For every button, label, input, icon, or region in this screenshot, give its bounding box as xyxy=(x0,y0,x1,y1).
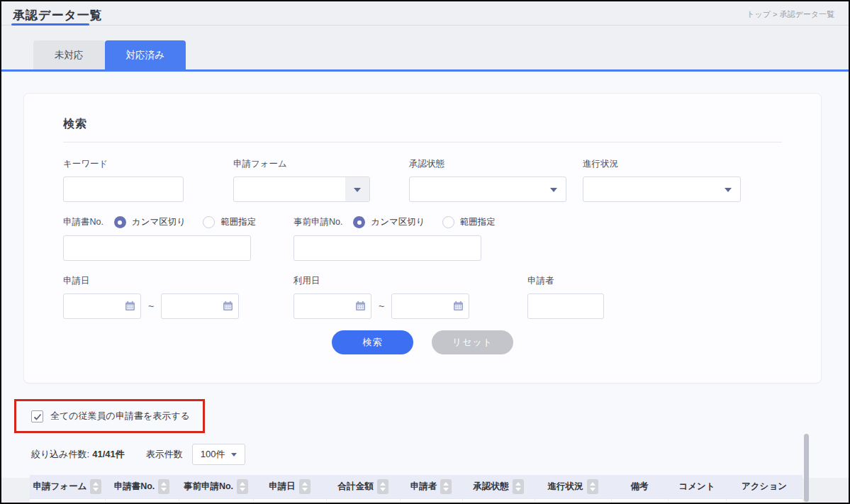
sort-button[interactable] xyxy=(299,479,311,494)
approval-status-label: 承認状態 xyxy=(409,158,583,170)
display-count-label: 表示件数 xyxy=(146,448,183,461)
chevron-down-icon xyxy=(725,188,732,192)
search-button[interactable]: 検索 xyxy=(332,330,413,354)
column-header-label: 事前申請No. xyxy=(184,481,233,493)
sort-up-icon xyxy=(161,482,167,486)
cell-request-no xyxy=(105,498,179,504)
calendar-icon[interactable] xyxy=(223,301,233,314)
sort-up-icon xyxy=(93,482,99,486)
pre-request-no-range-radio[interactable] xyxy=(442,216,454,228)
sort-down-icon xyxy=(443,488,449,491)
chevron-down-icon xyxy=(550,188,557,192)
cell-pre-request-no: ZKH00005 xyxy=(179,498,253,504)
page-title: 承認データ一覧 xyxy=(13,7,103,23)
column-header-0: 申請フォーム xyxy=(30,475,105,498)
column-header-label: コメント xyxy=(678,481,715,493)
reset-button[interactable]: リセット xyxy=(432,330,513,354)
cell-approval-status: 承認 xyxy=(462,498,535,504)
request-no-comma-radio[interactable] xyxy=(114,216,126,228)
show-all-employees-checkbox[interactable] xyxy=(31,410,43,422)
tab-untreated[interactable]: 未対応 xyxy=(33,40,105,69)
tab-bar: 未対応 対応済み xyxy=(33,40,849,69)
pre-request-no-range-radio-label: 範囲指定 xyxy=(460,216,496,228)
sort-button[interactable] xyxy=(377,479,388,494)
applicant-input[interactable] xyxy=(527,293,604,319)
progress-select-label: 進行状況 xyxy=(583,158,741,170)
display-count-value: 100件 xyxy=(201,448,225,461)
cell-total-amount: 102,000 xyxy=(326,498,400,504)
sort-up-icon xyxy=(302,482,308,486)
sort-button[interactable] xyxy=(513,479,524,494)
chevron-down-icon xyxy=(231,453,237,457)
keyword-input[interactable] xyxy=(63,177,184,202)
vertical-scrollbar[interactable] xyxy=(804,434,809,502)
request-no-comma-radio-label: カンマ区切り xyxy=(132,216,186,228)
breadcrumb-separator: > xyxy=(773,10,777,18)
show-all-employees-label: 全ての従業員の申請書を表示する xyxy=(50,410,190,422)
column-header-8: 備考 xyxy=(611,475,668,498)
cell-note xyxy=(611,498,668,504)
form-select[interactable] xyxy=(233,177,370,202)
table-header-row: 申請フォーム申請書No.事前申請No.申請日合計金額申請者承認状態進行状況備考コ… xyxy=(30,475,803,498)
sort-down-icon xyxy=(93,488,99,491)
sort-button[interactable] xyxy=(440,479,452,494)
search-button-row: 検索 リセット xyxy=(63,330,782,354)
sort-down-icon xyxy=(590,488,595,491)
calendar-icon[interactable] xyxy=(125,301,135,314)
calendar-icon[interactable] xyxy=(355,301,366,314)
search-row-2: 申請書No. カンマ区切り 範囲指定 事前申請No. カンマ区切り 範囲指 xyxy=(63,216,782,261)
column-header-5: 申請者 xyxy=(400,475,462,498)
pre-request-no-input[interactable] xyxy=(293,235,481,261)
approval-status-select[interactable] xyxy=(409,177,566,202)
request-date-label: 申請日 xyxy=(63,275,293,287)
column-header-2: 事前申請No. xyxy=(179,475,253,498)
data-table: 申請フォーム申請書No.事前申請No.申請日合計金額申請者承認状態進行状況備考コ… xyxy=(30,475,803,504)
table-row: 経費申請(事前)ZKH000052020/08/17102,000人事 次郎承認… xyxy=(30,498,803,504)
column-header-label: 進行状況 xyxy=(548,481,583,493)
form-select-label: 申請フォーム xyxy=(233,158,409,170)
sort-down-icon xyxy=(515,488,521,491)
page-header: 承認データ一覧 トップ>承認データ一覧 xyxy=(1,1,849,25)
sort-button[interactable] xyxy=(90,479,101,494)
filtered-count-label: 絞り込み件数: xyxy=(31,448,89,461)
cell-progress: 承認完了 xyxy=(535,498,611,504)
column-header-3: 申請日 xyxy=(253,475,326,498)
sort-button[interactable] xyxy=(587,479,598,494)
date-range-separator: ~ xyxy=(379,301,384,312)
filtered-count-value: 41/41件 xyxy=(92,448,125,461)
sort-down-icon xyxy=(380,488,386,491)
app-window: 承認データ一覧 トップ>承認データ一覧 未対応 対応済み 検索 キーワード 申請… xyxy=(0,0,850,504)
sort-button[interactable] xyxy=(158,479,169,494)
request-no-input[interactable] xyxy=(63,235,251,261)
progress-select[interactable] xyxy=(583,177,741,202)
request-no-label: 申請書No. xyxy=(63,216,104,228)
checkmark-icon xyxy=(33,412,43,422)
cell-action xyxy=(726,498,803,504)
column-header-label: 備考 xyxy=(631,481,649,493)
content-panel: 検索 キーワード 申請フォーム 承認状態 進行状況 xyxy=(1,69,849,478)
table-body: 経費申請(事前)ZKH000052020/08/17102,000人事 次郎承認… xyxy=(30,498,803,504)
date-range-separator: ~ xyxy=(148,301,154,312)
display-count-dropdown[interactable]: 100件 xyxy=(192,444,246,465)
tab-completed[interactable]: 対応済み xyxy=(105,40,186,69)
sort-down-icon xyxy=(161,488,167,491)
calendar-icon[interactable] xyxy=(453,301,464,314)
search-card: 検索 キーワード 申請フォーム 承認状態 進行状況 xyxy=(23,93,822,383)
breadcrumb: トップ>承認データ一覧 xyxy=(746,9,834,20)
form-select-arrowbox xyxy=(345,177,369,201)
column-header-label: 申請フォーム xyxy=(33,481,87,493)
column-header-9: コメント xyxy=(668,475,726,498)
usage-date-label: 利用日 xyxy=(293,275,527,287)
results-table-wrap: 申請フォーム申請書No.事前申請No.申請日合計金額申請者承認状態進行状況備考コ… xyxy=(30,475,803,504)
pre-request-no-comma-radio[interactable] xyxy=(353,216,365,228)
column-header-label: 申請書No. xyxy=(114,481,155,493)
request-no-range-radio[interactable] xyxy=(203,216,215,228)
annotation-highlight: 全ての従業員の申請書を表示する xyxy=(14,399,205,433)
breadcrumb-home-link[interactable]: トップ xyxy=(746,10,771,18)
sort-button[interactable] xyxy=(237,479,248,494)
search-row-3: 申請日 ~ 利用日 ~ xyxy=(63,275,782,319)
request-no-range-radio-label: 範囲指定 xyxy=(220,216,256,228)
header-divider xyxy=(1,25,849,26)
chevron-down-icon xyxy=(354,188,361,192)
applicant-label: 申請者 xyxy=(527,275,604,287)
